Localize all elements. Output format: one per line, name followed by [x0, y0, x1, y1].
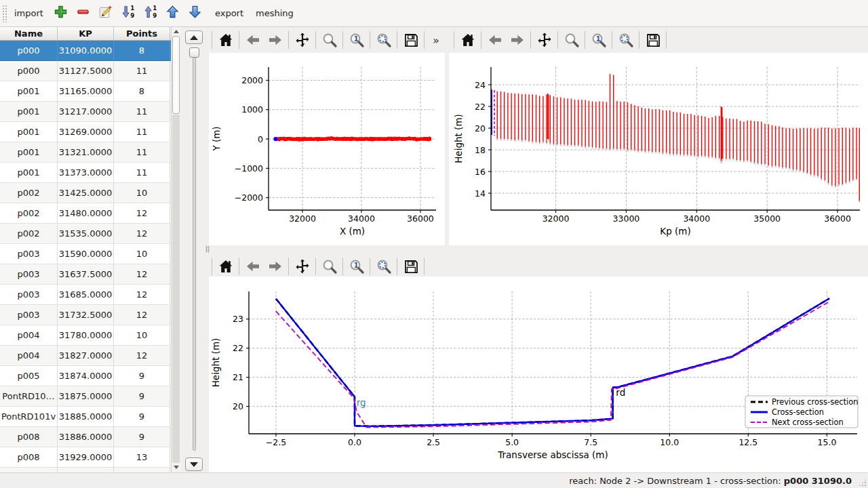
table-scrollbar[interactable]	[171, 27, 180, 472]
table-row[interactable]: p00331590.000010	[0, 244, 171, 264]
save-figure-button[interactable]	[644, 30, 662, 50]
zoom-original-button[interactable]: 1	[347, 256, 366, 277]
toolbar-separator	[639, 31, 639, 49]
cell-points: 11	[114, 61, 170, 81]
save-figure-button[interactable]	[401, 256, 420, 277]
cell-points: 12	[114, 264, 170, 285]
table-row[interactable]: p00431780.000010	[0, 325, 171, 346]
cell-name: p003	[0, 244, 58, 264]
svg-text:−2000: −2000	[235, 192, 263, 203]
svg-text:36000: 36000	[407, 214, 434, 224]
move-down-button[interactable]	[184, 3, 206, 24]
table-row[interactable]: p00131217.000011	[0, 102, 171, 122]
back-button[interactable]	[243, 256, 262, 277]
move-up-button[interactable]	[161, 3, 184, 24]
table-row[interactable]: p00031127.500011	[0, 61, 171, 81]
svg-text:2.5: 2.5	[427, 437, 440, 447]
table-row[interactable]: p00131165.00008	[0, 81, 171, 102]
scrollbar-thumb[interactable]	[172, 36, 180, 114]
cell-kp: 31637.5000	[58, 264, 114, 285]
back-button[interactable]	[486, 30, 504, 50]
slider-down-button[interactable]	[185, 458, 203, 471]
cross-sections-table: NameKPPoints p00031090.00008p00031127.50…	[0, 27, 180, 472]
zoom-button[interactable]	[562, 30, 580, 50]
cell-kp: 31885.0000	[58, 407, 114, 427]
column-header-points[interactable]: Points	[114, 27, 170, 40]
forward-button[interactable]	[508, 30, 526, 50]
table-row[interactable]: p00831886.00009	[0, 427, 171, 447]
toolbar-separator	[315, 31, 316, 49]
table-row[interactable]: p00231425.000010	[0, 183, 171, 203]
zoom-selection-button[interactable]	[374, 256, 393, 277]
zoom-one-icon: 1	[591, 32, 607, 48]
add-cross-section-button[interactable]	[50, 3, 72, 24]
save-icon	[403, 32, 419, 48]
table-row[interactable]: p00831929.000013	[0, 447, 171, 468]
zoom-original-button[interactable]: 1	[589, 30, 608, 50]
table-row[interactable]: p00131269.000011	[0, 122, 171, 142]
cell-points: 12	[114, 203, 170, 224]
table-row[interactable]	[0, 468, 171, 472]
table-row[interactable]: p00031090.00008	[0, 41, 171, 61]
back-button[interactable]	[243, 30, 262, 50]
slider-up-button[interactable]	[185, 30, 203, 44]
sort-descending-button[interactable]: 19	[139, 3, 161, 24]
home-button[interactable]	[458, 30, 477, 50]
toolbar-overflow-button[interactable]: »	[429, 34, 443, 47]
home-button[interactable]	[216, 30, 235, 50]
zoom-original-button[interactable]: 1	[347, 30, 366, 50]
sort-descending-icon: 19	[142, 4, 158, 22]
horizontal-splitter[interactable]	[205, 245, 868, 253]
import-button[interactable]: import	[8, 4, 50, 22]
column-header-name[interactable]: Name	[0, 27, 58, 40]
cell-kp: 31269.0000	[58, 122, 114, 142]
zoom-select-icon	[376, 258, 392, 274]
table-row[interactable]: p00431827.000012	[0, 346, 171, 366]
export-button[interactable]: export	[209, 4, 250, 22]
remove-cross-section-button[interactable]	[72, 3, 94, 24]
zoom-selection-button[interactable]	[616, 30, 635, 50]
cell-kp: 31321.0000	[58, 142, 114, 163]
table-row[interactable]: p00331732.500012	[0, 305, 171, 325]
table-row[interactable]: p00331685.000012	[0, 285, 171, 305]
zoom-selection-button[interactable]	[374, 30, 393, 50]
home-button[interactable]	[216, 256, 235, 277]
table-row[interactable]: p00331637.500012	[0, 264, 171, 285]
table-row[interactable]: PontRD10…31875.00009	[0, 386, 171, 407]
pan-button[interactable]	[293, 30, 311, 50]
forward-button[interactable]	[266, 30, 284, 50]
cross-section-plot-canvas[interactable]: rgrd−2.50.02.55.07.510.012.515.020212223…	[209, 277, 868, 472]
plan-plot-canvas[interactable]: 320003400036000−2000−1000010002000X (m)Y…	[209, 53, 445, 245]
table-row[interactable]: p00131321.000011	[0, 142, 171, 163]
zoom-icon	[564, 32, 580, 48]
toolbar-grip[interactable]	[2, 5, 8, 22]
slider-handle[interactable]	[189, 47, 199, 58]
longitudinal-plot-canvas[interactable]: 3200033000340003500036000141618202224Kp …	[449, 53, 868, 245]
pan-button[interactable]	[535, 30, 553, 50]
scrollbar-track[interactable]	[172, 115, 180, 463]
table-row[interactable]: p00231480.000012	[0, 203, 171, 224]
zoom-button[interactable]	[320, 30, 338, 50]
svg-text:1000: 1000	[241, 104, 263, 115]
resize-grip[interactable]	[859, 479, 867, 487]
table-row[interactable]: p00531874.00009	[0, 366, 171, 386]
pan-button[interactable]	[293, 256, 311, 277]
zoom-button[interactable]	[320, 256, 338, 277]
svg-text:1: 1	[595, 35, 600, 43]
column-header-kp[interactable]: KP	[58, 27, 114, 40]
save-figure-button[interactable]	[401, 30, 420, 50]
table-row[interactable]: PontRD101v31885.00009	[0, 407, 171, 427]
meshing-button[interactable]: meshing	[250, 4, 300, 22]
scrollbar-up-button[interactable]	[172, 27, 180, 36]
cell-kp: 31780.0000	[58, 325, 114, 346]
sort-ascending-button[interactable]: 19	[117, 3, 139, 24]
slider-groove[interactable]	[193, 49, 196, 451]
cell-points: 12	[114, 346, 170, 366]
svg-text:1: 1	[353, 35, 358, 43]
edit-cross-section-button[interactable]	[94, 3, 117, 24]
scrollbar-down-button[interactable]	[172, 463, 180, 472]
table-row[interactable]: p00231535.000012	[0, 224, 171, 244]
table-row[interactable]: p00131373.000011	[0, 163, 171, 183]
forward-button[interactable]	[266, 256, 284, 277]
svg-text:23: 23	[233, 314, 243, 324]
